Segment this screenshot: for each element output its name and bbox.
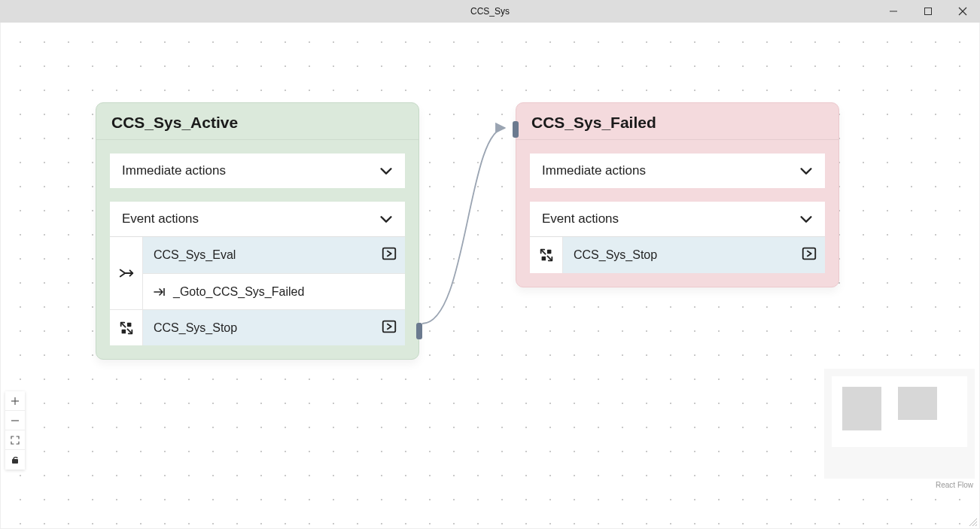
action-label: CCS_Sys_Stop: [154, 321, 381, 335]
section-immediate-actions: Immediate actions: [110, 154, 405, 188]
section-header-label: Event actions: [542, 211, 619, 226]
section-event-actions: Event actions: [530, 202, 825, 273]
minimize-icon: [889, 7, 898, 16]
action-label: CCS_Sys_Stop: [574, 248, 801, 262]
window-close-button[interactable]: [945, 0, 980, 23]
minimap-node-active: [842, 387, 881, 430]
svg-rect-9: [546, 250, 551, 254]
event-action-ccs-sys-stop[interactable]: CCS_Sys_Stop: [143, 310, 405, 345]
enter-icon: [381, 245, 397, 265]
minimap-node-failed: [898, 387, 937, 420]
section-header-events[interactable]: Event actions: [530, 202, 825, 236]
section-header-events[interactable]: Event actions: [110, 202, 405, 236]
fit-view-button[interactable]: [5, 430, 25, 450]
swap-icon-cell: [110, 310, 143, 345]
svg-rect-11: [803, 248, 816, 260]
swap-icon: [538, 247, 555, 263]
svg-rect-7: [121, 329, 126, 333]
section-header-label: Immediate actions: [542, 163, 646, 178]
svg-line-18: [975, 524, 977, 526]
zoom-out-button[interactable]: [5, 411, 25, 430]
node-ccs-sys-failed[interactable]: CCS_Sys_Failed Immediate actions Event a…: [516, 102, 839, 287]
event-action-ccs-sys-stop[interactable]: CCS_Sys_Stop: [563, 237, 825, 273]
swap-icon: [118, 320, 135, 336]
lock-toggle-button[interactable]: [5, 450, 25, 470]
minimap[interactable]: [824, 369, 975, 479]
connection-handle-source[interactable]: [416, 323, 422, 339]
event-action-ccs-sys-eval[interactable]: CCS_Sys_Eval: [143, 237, 405, 273]
svg-rect-8: [383, 321, 396, 332]
svg-rect-15: [12, 459, 18, 464]
chevron-down-icon: [378, 163, 394, 179]
svg-rect-1: [925, 8, 932, 15]
window-minimize-button[interactable]: [876, 0, 911, 23]
enter-icon: [801, 245, 817, 265]
node-title: CCS_Sys_Active: [96, 103, 418, 140]
zoom-in-button[interactable]: [5, 391, 25, 411]
window-controls: [876, 0, 980, 23]
section-header-immediate[interactable]: Immediate actions: [110, 154, 405, 188]
connection-handle-target[interactable]: [513, 121, 519, 138]
node-title: CCS_Sys_Failed: [516, 103, 838, 140]
section-immediate-actions: Immediate actions: [530, 154, 825, 188]
chevron-down-icon: [798, 211, 814, 227]
goto-icon: [154, 286, 166, 298]
enter-icon: [381, 318, 397, 338]
chevron-down-icon: [798, 163, 814, 179]
svg-rect-6: [126, 322, 131, 327]
window-title: CCS_Sys: [0, 6, 980, 17]
svg-rect-4: [383, 248, 396, 260]
merge-icon-cell: [110, 237, 143, 309]
attribution-label: React Flow: [936, 481, 973, 489]
minus-icon: [10, 415, 20, 426]
resize-grip-icon[interactable]: [967, 516, 978, 527]
chevron-down-icon: [378, 211, 394, 227]
section-header-label: Immediate actions: [122, 163, 226, 178]
fit-view-icon: [10, 435, 20, 445]
event-action-goto-failed[interactable]: _Goto_CCS_Sys_Failed: [143, 273, 405, 309]
svg-rect-10: [541, 257, 546, 261]
workspace[interactable]: CCS_Sys_Active Immediate actions Event a…: [0, 23, 980, 529]
node-ccs-sys-active[interactable]: CCS_Sys_Active Immediate actions Event a…: [96, 102, 419, 360]
section-header-label: Event actions: [122, 211, 199, 226]
merge-icon: [118, 265, 135, 281]
section-header-immediate[interactable]: Immediate actions: [530, 154, 825, 188]
swap-icon-cell: [530, 237, 563, 273]
section-event-actions: Event actions: [110, 202, 405, 345]
action-label: _Goto_CCS_Sys_Failed: [173, 285, 397, 299]
window-maximize-button[interactable]: [911, 0, 945, 23]
close-icon: [958, 7, 967, 16]
plus-icon: [10, 396, 20, 406]
canvas-controls: [5, 391, 25, 470]
minimap-viewport: [832, 376, 967, 447]
action-label: CCS_Sys_Eval: [154, 248, 381, 262]
maximize-icon: [924, 7, 933, 16]
window-titlebar: CCS_Sys: [0, 0, 980, 23]
unlock-icon: [10, 455, 20, 465]
